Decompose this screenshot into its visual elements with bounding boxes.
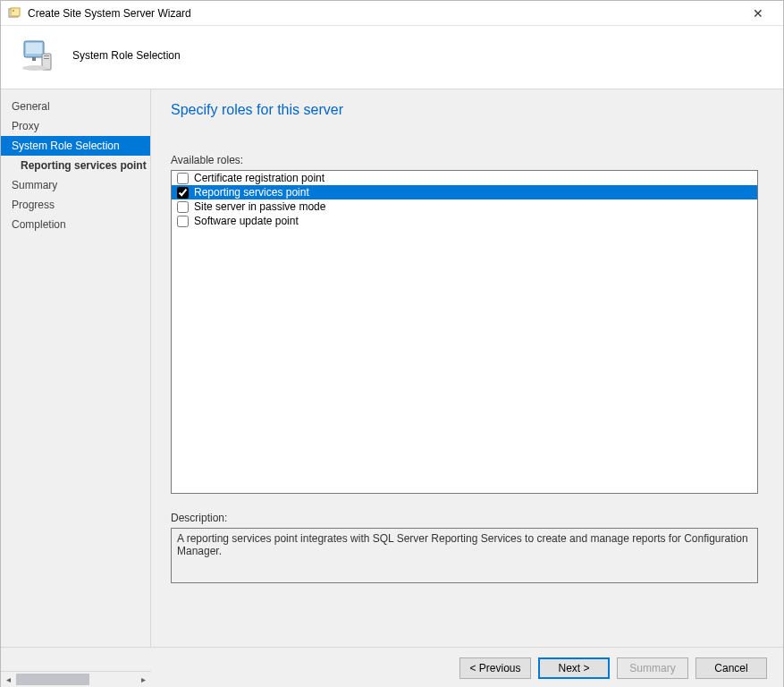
svg-rect-5 — [32, 57, 36, 61]
header: System Role Selection — [1, 26, 783, 89]
nav-item-completion[interactable]: Completion — [1, 215, 150, 234]
nav-item-progress[interactable]: Progress — [1, 195, 150, 215]
scroll-left-arrow-icon[interactable]: ◂ — [1, 672, 16, 687]
role-item[interactable]: Certificate registration point — [172, 171, 757, 185]
nav-item-system-role-selection[interactable]: System Role Selection — [1, 136, 150, 156]
svg-rect-1 — [11, 8, 20, 16]
role-label: Site server in passive mode — [194, 200, 325, 213]
svg-rect-7 — [44, 55, 49, 56]
available-roles-label: Available roles: — [171, 154, 758, 166]
cancel-button[interactable]: Cancel — [695, 657, 767, 679]
role-label: Software update point — [194, 215, 299, 227]
role-item[interactable]: Reporting services point — [172, 185, 757, 199]
description-text: A reporting services point integrates wi… — [171, 528, 758, 583]
roles-listbox[interactable]: Certificate registration pointReporting … — [171, 170, 758, 494]
scroll-thumb[interactable] — [16, 674, 89, 685]
summary-button[interactable]: Summary — [617, 657, 688, 679]
role-label: Certificate registration point — [194, 172, 325, 184]
close-button[interactable]: ✕ — [740, 6, 776, 21]
nav-item-summary[interactable]: Summary — [1, 175, 150, 195]
role-checkbox[interactable] — [177, 187, 189, 199]
previous-button[interactable]: < Previous — [459, 657, 531, 679]
sidebar: GeneralProxySystem Role SelectionReporti… — [1, 89, 151, 647]
sidebar-horizontal-scrollbar[interactable]: ◂ ▸ — [1, 671, 151, 686]
nav-item-proxy[interactable]: Proxy — [1, 116, 150, 136]
content-pane: Specify roles for this server Available … — [151, 89, 783, 647]
header-title: System Role Selection — [72, 49, 181, 62]
titlebar: Create Site System Server Wizard ✕ — [1, 1, 783, 26]
role-label: Reporting services point — [194, 186, 309, 199]
role-checkbox[interactable] — [177, 173, 189, 184]
svg-rect-2 — [13, 10, 14, 12]
server-icon — [15, 34, 58, 77]
window-title: Create Site System Server Wizard — [28, 7, 740, 20]
role-item[interactable]: Site server in passive mode — [172, 199, 757, 214]
next-button[interactable]: Next > — [538, 657, 610, 679]
nav-item-general[interactable]: General — [1, 97, 150, 116]
svg-point-9 — [22, 65, 47, 71]
wizard-app-icon — [8, 6, 22, 21]
scroll-right-arrow-icon[interactable]: ▸ — [136, 672, 151, 687]
nav-item-reporting-services-point[interactable]: Reporting services point — [1, 156, 150, 175]
svg-rect-4 — [26, 43, 42, 54]
page-heading: Specify roles for this server — [171, 102, 758, 118]
role-checkbox[interactable] — [177, 201, 189, 213]
role-checkbox[interactable] — [177, 216, 189, 227]
description-label: Description: — [171, 512, 758, 524]
role-item[interactable]: Software update point — [172, 214, 757, 228]
scroll-track[interactable] — [16, 672, 136, 687]
svg-rect-8 — [44, 58, 49, 59]
